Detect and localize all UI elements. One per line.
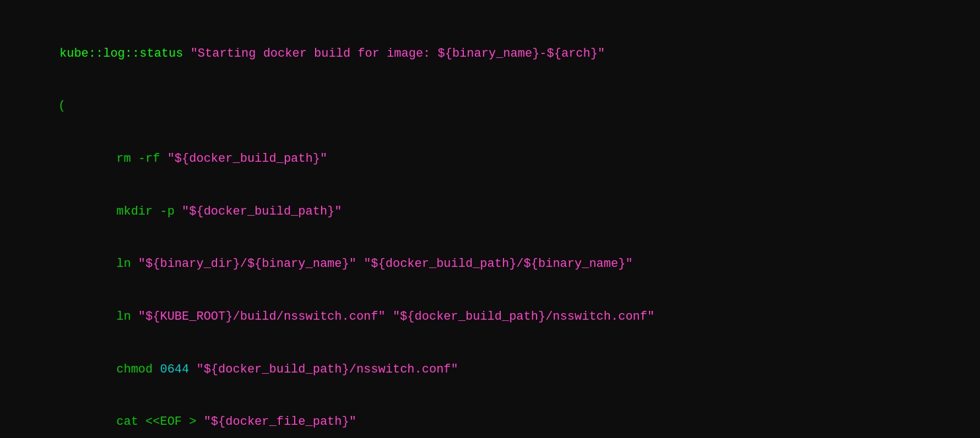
line-2: ( (0, 97, 980, 115)
line-7: chmod 0644 "${docker_build_path}/nsswitc… (0, 361, 980, 379)
code-display: kube::log::status "Starting docker build… (0, 0, 980, 438)
line-4: mkdir -p "${docker_build_path}" (0, 203, 980, 221)
line-1: kube::log::status "Starting docker build… (0, 45, 980, 63)
line-3: rm -rf "${docker_build_path}" (0, 150, 980, 168)
line-8: cat <<EOF > "${docker_file_path}" (0, 413, 980, 431)
line-6: ln "${KUBE_ROOT}/build/nsswitch.conf" "$… (0, 308, 980, 326)
line-5: ln "${binary_dir}/${binary_name}" "${doc… (0, 255, 980, 273)
